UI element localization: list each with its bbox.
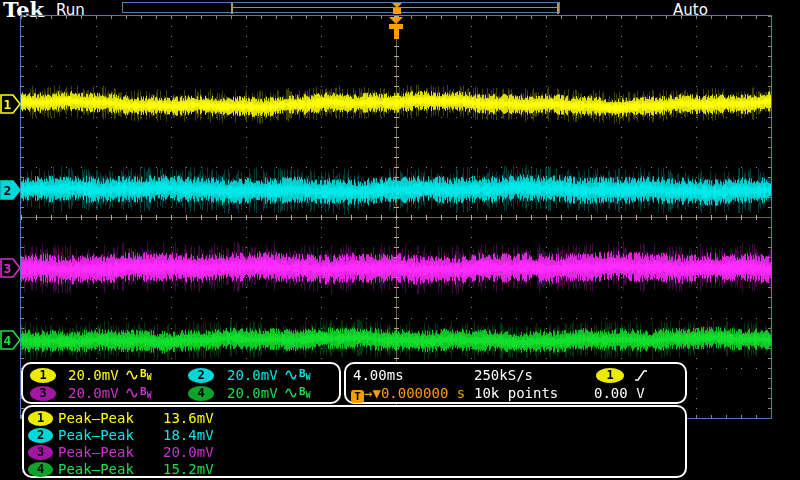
channel-4-badge: 4 <box>188 386 214 401</box>
measurement-3-value: 20.0mV <box>163 444 214 460</box>
bandwidth-limit-icon: BW <box>299 367 310 382</box>
record-view-bar <box>122 2 560 13</box>
measurement-4-value: 15.2mV <box>163 461 214 477</box>
channel-readout-box: 1 20.0mV BW 2 20.0mV BW 3 20.0mV BW 4 20… <box>21 362 341 404</box>
trigger-delay-marker-icon: ▼ <box>372 385 380 401</box>
channel-4-scale: 20.0mV <box>227 385 278 401</box>
trigger-level-readout: 0.00 V <box>594 385 645 401</box>
channel-3-badge: 3 <box>30 386 56 401</box>
measurement-3-name: Peak–Peak <box>58 444 134 460</box>
channel-4-marker[interactable]: 4 <box>0 330 21 350</box>
trigger-delay-readout: T→▼0.000000 s <box>351 385 465 403</box>
measurement-3-badge: 3 <box>28 445 53 460</box>
channel-3-marker-label: 3 <box>4 261 12 276</box>
bandwidth-limit-icon: BW <box>140 367 151 382</box>
ac-coupling-icon <box>126 387 139 399</box>
ac-coupling-icon <box>126 369 139 381</box>
rising-edge-icon <box>633 368 649 383</box>
timebase-readout: 4.00ms <box>353 367 404 383</box>
graticule-border <box>20 15 772 419</box>
measurement-4-badge: 4 <box>28 462 53 477</box>
channel-2-marker[interactable]: 2 <box>0 180 21 200</box>
channel-3-scale: 20.0mV <box>68 385 119 401</box>
record-bracket-right <box>557 3 559 14</box>
channel-1-marker[interactable]: 1 <box>0 94 21 114</box>
ac-coupling-icon <box>285 369 298 381</box>
channel-1-scale: 20.0mV <box>68 367 119 383</box>
measurement-1-value: 13.6mV <box>163 410 214 426</box>
record-bracket-left <box>231 3 233 14</box>
bandwidth-limit-icon: BW <box>140 385 151 400</box>
measurement-2-value: 18.4mV <box>163 427 214 443</box>
measurement-1-badge: 1 <box>28 411 53 426</box>
record-length-readout: 10k points <box>474 385 558 401</box>
measurement-2-name: Peak–Peak <box>58 427 134 443</box>
oscilloscope-screen: Tek Run Auto 1 2 3 4 1 20.0mV BW <box>0 0 800 480</box>
channel-2-marker-label: 2 <box>4 183 12 198</box>
ac-coupling-icon <box>285 387 298 399</box>
horizontal-trigger-box: 4.00ms 250kS/s 1 T→▼0.000000 s 10k point… <box>344 362 687 404</box>
channel-1-marker-label: 1 <box>4 97 12 112</box>
channel-2-scale: 20.0mV <box>227 367 278 383</box>
sample-rate-readout: 250kS/s <box>474 367 533 383</box>
trigger-position-icon[interactable] <box>389 17 403 39</box>
measurement-2-badge: 2 <box>28 428 53 443</box>
channel-3-marker[interactable]: 3 <box>0 258 21 278</box>
trigger-source-badge: 1 <box>596 368 624 383</box>
channel-4-marker-label: 4 <box>4 333 12 348</box>
bandwidth-limit-icon: BW <box>299 385 310 400</box>
measurement-4-name: Peak–Peak <box>58 461 134 477</box>
record-trigger-position-icon[interactable] <box>392 3 402 14</box>
measurements-box: 1 Peak–Peak 13.6mV 2 Peak–Peak 18.4mV 3 … <box>22 405 687 478</box>
channel-2-badge: 2 <box>188 368 214 383</box>
channel-1-badge: 1 <box>30 368 56 383</box>
trigger-type-icon: T <box>351 390 364 403</box>
measurement-1-name: Peak–Peak <box>58 410 134 426</box>
